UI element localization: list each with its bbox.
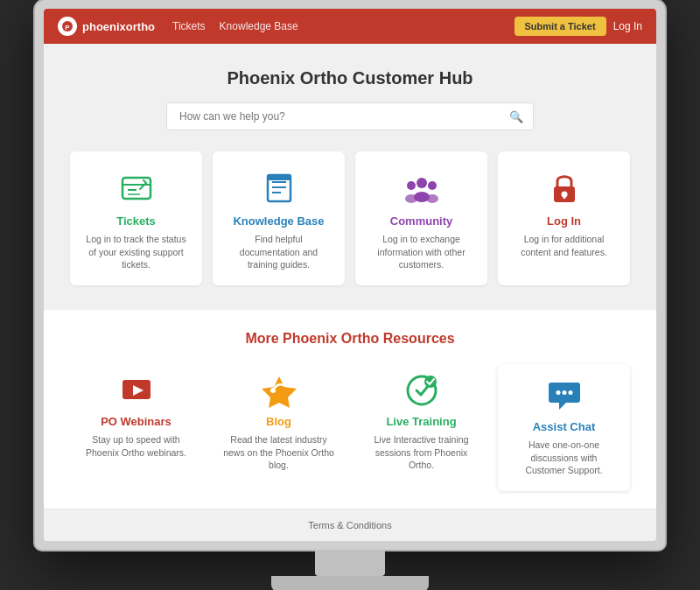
resources-grid: PO Webinars Stay up to speed with Phoeni… bbox=[70, 364, 630, 491]
svg-point-23 bbox=[270, 388, 276, 393]
login-card-title: Log In bbox=[510, 214, 618, 228]
nav-tickets[interactable]: Tickets bbox=[172, 20, 206, 32]
webinars-icon bbox=[79, 373, 193, 408]
navbar: P phoenixortho Tickets Knowledge Base Su… bbox=[44, 9, 656, 44]
svg-rect-2 bbox=[122, 178, 150, 199]
page-title: Phoenix Ortho Customer Hub bbox=[61, 68, 639, 88]
nav-knowledge-base[interactable]: Knowledge Base bbox=[220, 20, 298, 32]
svg-point-16 bbox=[426, 194, 438, 203]
live-training-title: Live Training bbox=[364, 415, 479, 428]
svg-point-12 bbox=[407, 181, 416, 190]
blog-title: Blog bbox=[221, 415, 336, 428]
knowledge-base-card[interactable]: Knowledge Base Find helpful documentatio… bbox=[213, 151, 345, 285]
tickets-icon bbox=[82, 169, 190, 207]
login-icon bbox=[510, 169, 618, 207]
login-card-desc: Log in for additional content and featur… bbox=[510, 233, 618, 258]
footer-terms[interactable]: Terms & Conditions bbox=[308, 520, 391, 530]
resources-section: More Phoenix Ortho Resources PO Webinars bbox=[44, 310, 656, 509]
navbar-right: Submit a Ticket Log In bbox=[514, 17, 642, 36]
community-card[interactable]: Community Log in to exchange information… bbox=[355, 151, 487, 285]
login-button[interactable]: Log In bbox=[613, 20, 642, 32]
resources-title: More Phoenix Ortho Resources bbox=[70, 331, 630, 347]
search-bar: 🔍 bbox=[166, 102, 534, 130]
footer: Terms & Conditions bbox=[44, 509, 656, 541]
assist-chat-title: Assist Chat bbox=[510, 420, 618, 433]
webinars-item[interactable]: PO Webinars Stay up to speed with Phoeni… bbox=[70, 364, 202, 491]
live-training-desc: Live Interactive training sessions from … bbox=[364, 433, 479, 472]
submit-ticket-button[interactable]: Submit a Ticket bbox=[514, 17, 606, 36]
monitor-stand-neck bbox=[315, 550, 385, 576]
monitor-screen: P phoenixortho Tickets Knowledge Base Su… bbox=[35, 0, 665, 550]
community-card-title: Community bbox=[368, 214, 475, 228]
login-card[interactable]: Log In Log in for additional content and… bbox=[498, 151, 630, 285]
svg-point-28 bbox=[568, 390, 572, 395]
search-input[interactable] bbox=[166, 102, 534, 130]
monitor-stand-base bbox=[271, 576, 429, 590]
blog-desc: Read the latest industry news on the Pho… bbox=[221, 433, 336, 472]
assist-chat-item[interactable]: Assist Chat Have one-on-one discussions … bbox=[498, 364, 630, 491]
blog-icon bbox=[221, 373, 336, 408]
assist-chat-icon bbox=[510, 378, 618, 413]
search-icon: 🔍 bbox=[509, 110, 523, 123]
svg-marker-22 bbox=[262, 376, 297, 408]
community-card-desc: Log in to exchange information with othe… bbox=[368, 233, 475, 271]
svg-point-26 bbox=[556, 390, 560, 395]
live-training-icon bbox=[364, 373, 479, 408]
navbar-links: Tickets Knowledge Base bbox=[172, 20, 298, 32]
community-icon bbox=[368, 169, 475, 207]
monitor-bottom bbox=[35, 550, 665, 590]
svg-point-13 bbox=[428, 181, 437, 190]
cards-grid: Tickets Log in to track the status of yo… bbox=[70, 151, 630, 285]
svg-rect-19 bbox=[563, 194, 565, 199]
svg-point-15 bbox=[405, 194, 417, 203]
knowledge-base-card-title: Knowledge Base bbox=[225, 214, 332, 228]
live-training-item[interactable]: Live Training Live Interactive training … bbox=[355, 364, 487, 491]
assist-chat-desc: Have one-on-one discussions with Custome… bbox=[510, 439, 618, 477]
logo: P phoenixortho bbox=[58, 17, 155, 36]
main-content: Phoenix Ortho Customer Hub 🔍 bbox=[44, 44, 656, 541]
logo-icon: P bbox=[58, 17, 77, 36]
webinars-desc: Stay up to speed with Phoenix Ortho webi… bbox=[79, 433, 193, 459]
svg-rect-10 bbox=[268, 175, 290, 180]
svg-text:P: P bbox=[65, 24, 70, 32]
webinars-title: PO Webinars bbox=[79, 415, 193, 428]
screen-inner: P phoenixortho Tickets Knowledge Base Su… bbox=[44, 9, 656, 541]
svg-point-11 bbox=[416, 178, 427, 188]
logo-text: phoenixortho bbox=[82, 20, 155, 33]
blog-item[interactable]: Blog Read the latest industry news on th… bbox=[213, 364, 345, 491]
monitor: P phoenixortho Tickets Knowledge Base Su… bbox=[35, 0, 665, 590]
tickets-card-desc: Log in to track the status of your exist… bbox=[82, 233, 190, 271]
tickets-card[interactable]: Tickets Log in to track the status of yo… bbox=[70, 151, 202, 285]
knowledge-base-icon bbox=[225, 169, 332, 207]
hero-section: Phoenix Ortho Customer Hub 🔍 bbox=[44, 44, 656, 151]
cards-section: Tickets Log in to track the status of yo… bbox=[44, 151, 656, 310]
tickets-card-title: Tickets bbox=[82, 214, 190, 228]
svg-point-27 bbox=[562, 390, 566, 395]
knowledge-base-card-desc: Find helpful documentation and training … bbox=[225, 233, 332, 271]
